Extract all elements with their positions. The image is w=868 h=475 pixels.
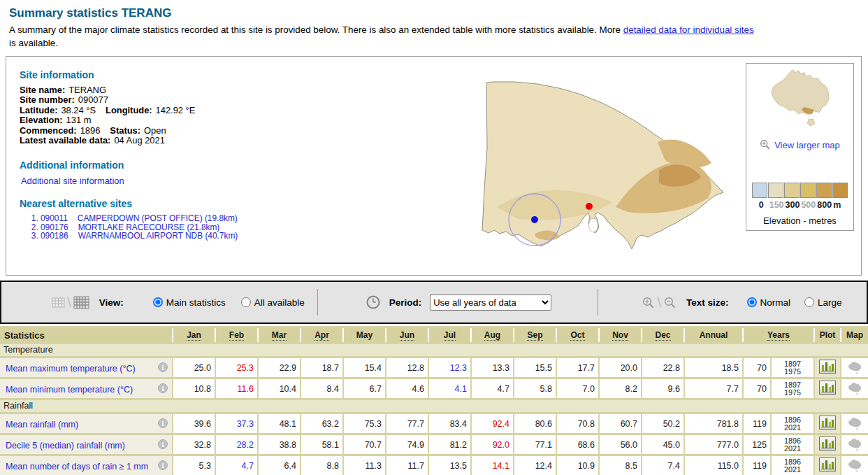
site-info-line: Latitude:38.24 °SLongitude:142.92 °E — [20, 106, 327, 115]
info-icon[interactable]: i — [158, 418, 168, 428]
month-header: Nov — [598, 328, 641, 342]
plot-icon[interactable] — [819, 381, 836, 395]
elevation-legend-swatches — [746, 183, 853, 198]
field-label: Latest available data: — [20, 135, 110, 146]
month-header: Feb — [215, 328, 257, 342]
stat-value-cell: 5.3 — [172, 456, 215, 475]
site-name: WARRNAMBOOL AIRPORT NDB (40.7km) — [78, 231, 238, 241]
statistic-link[interactable]: Mean maximum temperature (°C) — [6, 364, 136, 374]
statistic-link[interactable]: Mean rainfall (mm) — [6, 420, 78, 430]
view-larger-map-link[interactable]: View larger map — [760, 139, 840, 150]
site-info-line: Site name:TERANG — [20, 85, 327, 95]
zoom-out-icon[interactable] — [663, 296, 677, 309]
divider — [317, 289, 318, 316]
annual-value-cell: 115.0 — [683, 456, 742, 475]
stat-value-cell: 14.1 — [470, 456, 513, 475]
month-header: Mar — [257, 328, 300, 342]
field-value: 04 Aug 2021 — [114, 135, 164, 146]
stat-value-cell: 15.5 — [513, 358, 556, 377]
radio-main-statistics[interactable] — [153, 297, 163, 307]
annual-header: Annual — [683, 328, 742, 342]
field-value: 38.24 °S — [61, 105, 96, 115]
table-header-row: Statistics JanFebMarAprMayJunJulAugSepOc… — [0, 328, 868, 342]
table-row: Mean minimum temperature (°C)i10.811.610… — [0, 379, 868, 398]
nearest-site-item: 090186WARRNAMBOOL AIRPORT NDB (40.7km) — [41, 232, 327, 240]
large-table-view-icon[interactable] — [73, 296, 89, 309]
site-location-dot — [531, 216, 538, 223]
plot-icon[interactable] — [819, 360, 836, 374]
plot-icon[interactable] — [819, 416, 836, 430]
stat-value-cell: 6.4 — [257, 456, 300, 475]
page-title: Summary statistics TERANG — [9, 6, 868, 20]
stat-value-cell: 81.2 — [428, 435, 470, 454]
plot-icon[interactable] — [819, 437, 836, 451]
stat-value-cell: 83.4 — [428, 414, 470, 433]
table-row: Decile 5 (median) rainfall (mm)i32.828.2… — [0, 435, 868, 454]
table-row: Mean maximum temperature (°C)i25.025.322… — [0, 358, 868, 377]
stat-value-cell: 70.8 — [556, 414, 598, 433]
month-header: May — [342, 328, 385, 342]
field-value: Open — [144, 125, 166, 136]
map-icon[interactable] — [847, 438, 862, 451]
additional-information-heading: Additional information — [20, 159, 327, 171]
site-number: 090186 — [41, 231, 68, 241]
info-icon[interactable]: i — [158, 362, 168, 372]
info-icon[interactable]: i — [158, 460, 168, 470]
site-info-line: Commenced:1896Status:Open — [20, 126, 327, 136]
stat-value-cell: 56.0 — [598, 435, 641, 454]
map-icon[interactable] — [847, 459, 862, 472]
stat-value-cell: 4.7 — [470, 379, 513, 398]
clock-icon — [366, 295, 381, 310]
detailed-data-link[interactable]: detailed data for individual sites — [623, 24, 754, 35]
elevation-swatch — [816, 183, 832, 198]
zoom-in-icon[interactable] — [642, 296, 655, 309]
statistic-link[interactable]: Decile 5 (median) rainfall (mm) — [6, 441, 125, 451]
map-cell — [840, 414, 868, 433]
stat-value-cell: 9.6 — [641, 379, 683, 398]
radio-text-large[interactable] — [804, 297, 814, 307]
map-cell — [840, 379, 868, 398]
stat-value-cell: 39.6 — [172, 414, 215, 433]
info-icon[interactable]: i — [158, 383, 168, 393]
stat-value-cell: 68.6 — [556, 435, 598, 454]
radio-text-normal[interactable] — [747, 297, 757, 307]
stat-value-cell: 28.2 — [215, 435, 257, 454]
site-information-panel: Site information Site name:TERANGSite nu… — [6, 56, 862, 276]
elevation-scale-label: 300 — [786, 200, 800, 210]
additional-site-information-link[interactable]: Additional site information — [21, 176, 124, 186]
month-header: Dec — [641, 328, 683, 342]
stat-value-cell: 7.0 — [556, 379, 598, 398]
elevation-swatch — [768, 183, 783, 198]
elevation-scale-label: 500 — [801, 200, 816, 210]
period-select[interactable]: Use all years of data — [430, 295, 551, 311]
plot-icon[interactable] — [819, 458, 836, 472]
plot-header: Plot — [813, 328, 840, 342]
info-icon[interactable]: i — [158, 439, 168, 449]
small-table-view-icon[interactable] — [52, 297, 65, 308]
radio-all-available[interactable] — [241, 297, 251, 307]
stat-value-cell: 12.3 — [428, 358, 470, 377]
plot-cell — [813, 414, 840, 433]
month-header: Oct — [556, 328, 598, 342]
stat-value-cell: 10.4 — [257, 379, 300, 398]
map-icon[interactable] — [847, 382, 862, 395]
elevation-swatch — [800, 183, 816, 198]
stat-value-cell: 13.3 — [470, 358, 513, 377]
stat-value-cell: 22.9 — [257, 358, 300, 377]
nearest-site-link[interactable]: 090186WARRNAMBOOL AIRPORT NDB (40.7km) — [41, 231, 238, 241]
map-icon[interactable] — [847, 417, 862, 430]
statistic-link[interactable]: Mean number of days of rain ≥ 1 mm — [6, 462, 148, 472]
stat-value-cell: 48.1 — [257, 414, 300, 433]
stat-value-cell: 10.8 — [172, 379, 215, 398]
field-value: 142.92 °E — [156, 105, 196, 115]
field-label: Site name: — [20, 85, 65, 95]
annual-value-cell: 18.5 — [683, 358, 742, 377]
period-label: Period: — [389, 297, 422, 308]
years-count-cell: 125 — [742, 435, 770, 454]
map-header: Map — [840, 328, 868, 342]
map-icon[interactable] — [847, 361, 862, 374]
statistic-link[interactable]: Mean minimum temperature (°C) — [6, 385, 133, 395]
stat-value-cell: 12.4 — [513, 456, 556, 475]
stat-value-cell: 18.7 — [300, 358, 342, 377]
stat-value-cell: 70.7 — [342, 435, 385, 454]
